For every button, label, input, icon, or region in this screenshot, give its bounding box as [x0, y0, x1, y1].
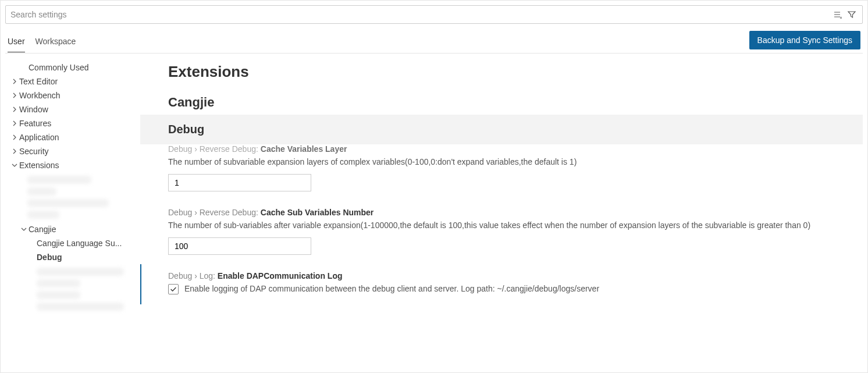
setting-desc: Enable logging of DAP communication betw…: [184, 283, 599, 295]
heading-cangjie: Cangjie: [140, 87, 863, 115]
chevron-right-icon: [10, 134, 19, 141]
cache-variables-layer-input[interactable]: [168, 174, 311, 191]
filter-icon[interactable]: [846, 9, 858, 20]
tree-label: Application: [19, 133, 59, 142]
setting-crumb: Debug › Log:: [168, 271, 218, 280]
chevron-right-icon: [10, 148, 19, 155]
tree-redacted-item: [27, 199, 109, 207]
tree-redacted-item: [27, 187, 56, 196]
setting-desc: The number of subvariable expansion laye…: [168, 156, 835, 168]
tree-label: Features: [19, 119, 51, 128]
clear-filter-icon[interactable]: [832, 9, 844, 20]
cache-sub-variables-input[interactable]: [168, 237, 311, 255]
tree-text-editor[interactable]: Text Editor: [5, 74, 140, 88]
tree-commonly-used[interactable]: Commonly Used: [5, 61, 140, 74]
chevron-right-icon: [10, 120, 19, 127]
setting-cache-variables-layer: Debug › Reverse Debug: Cache Variables L…: [140, 144, 863, 201]
heading-debug: Debug: [140, 115, 863, 144]
tree-workbench[interactable]: Workbench: [5, 88, 140, 102]
tree-label: Cangjie Language Su...: [37, 239, 122, 248]
tree-label: Security: [19, 147, 49, 156]
setting-cache-sub-variables-number: Debug › Reverse Debug: Cache Sub Variabl…: [140, 201, 863, 264]
chevron-down-icon: [19, 226, 29, 233]
settings-content: Extensions Cangjie Debug Debug › Reverse…: [140, 54, 863, 368]
tree-label: Text Editor: [19, 77, 58, 86]
setting-name: Cache Sub Variables Number: [261, 208, 374, 217]
tab-workspace[interactable]: Workspace: [35, 32, 76, 52]
tree-redacted-item: [37, 279, 80, 287]
tree-redacted-item: [37, 291, 80, 299]
tree-security[interactable]: Security: [5, 144, 140, 158]
search-bar: [5, 5, 863, 24]
tab-user[interactable]: User: [8, 32, 25, 52]
tree-redacted-item: [37, 303, 124, 311]
backup-sync-button[interactable]: Backup and Sync Settings: [749, 31, 860, 49]
tree-extensions[interactable]: Extensions: [5, 158, 140, 172]
tree-features[interactable]: Features: [5, 116, 140, 130]
setting-crumb: Debug › Reverse Debug:: [168, 144, 261, 154]
setting-crumb: Debug › Reverse Debug:: [168, 208, 261, 217]
tabs-row: User Workspace Backup and Sync Settings: [5, 31, 863, 54]
tree-window[interactable]: Window: [5, 102, 140, 116]
setting-name: Enable DAPCommunication Log: [218, 271, 343, 280]
chevron-down-icon: [10, 162, 19, 169]
settings-tree: Commonly Used Text Editor Workbench Wind…: [5, 54, 140, 368]
tree-label: Extensions: [19, 161, 59, 170]
setting-enable-dap-log: Debug › Log: Enable DAPCommunication Log…: [140, 264, 863, 304]
setting-desc: The number of sub-variables after variab…: [168, 219, 835, 232]
tree-label: Debug: [37, 253, 62, 262]
tree-cangjie-language-support[interactable]: Cangjie Language Su...: [5, 236, 140, 250]
tree-redacted-item: [37, 268, 124, 276]
search-input[interactable]: [10, 10, 832, 19]
chevron-right-icon: [10, 92, 19, 99]
enable-dap-log-checkbox[interactable]: [168, 284, 179, 294]
tree-label: Window: [19, 105, 48, 114]
tree-application[interactable]: Application: [5, 130, 140, 144]
setting-name: Cache Variables Layer: [261, 144, 347, 154]
chevron-right-icon: [10, 106, 19, 113]
tree-cangjie[interactable]: Cangjie: [5, 222, 140, 236]
chevron-right-icon: [10, 78, 19, 85]
tree-redacted-item: [27, 211, 59, 219]
tree-label: Commonly Used: [29, 63, 88, 72]
tree-redacted-item: [27, 176, 91, 184]
heading-extensions: Extensions: [140, 54, 863, 87]
tree-label: Cangjie: [29, 225, 56, 234]
tree-label: Workbench: [19, 91, 61, 100]
tree-debug[interactable]: Debug: [5, 250, 140, 264]
